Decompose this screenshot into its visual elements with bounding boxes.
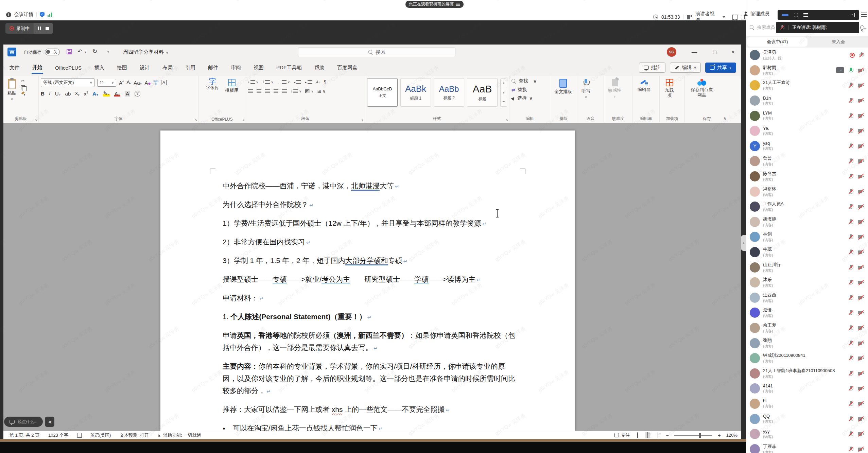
- close-button[interactable]: ×: [725, 45, 741, 60]
- camera-off-icon[interactable]: [858, 128, 864, 133]
- font-name-select[interactable]: 等线 (西文正文)∨: [41, 78, 94, 87]
- camera-off-icon[interactable]: [858, 189, 864, 194]
- camera-off-icon[interactable]: [858, 159, 864, 163]
- menu-tab-审阅[interactable]: 审阅: [230, 63, 242, 73]
- camera-off-icon[interactable]: [858, 295, 864, 300]
- menu-tab-布局[interactable]: 布局: [162, 63, 173, 73]
- camera-off-icon[interactable]: [858, 341, 864, 346]
- mic-muted-icon[interactable]: [848, 113, 854, 119]
- mic-muted-icon[interactable]: [848, 98, 854, 104]
- web-layout-button[interactable]: [656, 432, 660, 438]
- participant-row[interactable]: 郭树雨(访客): [746, 63, 868, 78]
- style-card-标题 1[interactable]: AaBk标题 1: [400, 78, 431, 107]
- subscript-button[interactable]: x2: [75, 90, 80, 97]
- collapse-panel-icon[interactable]: [850, 13, 855, 17]
- participant-row[interactable]: yyy(访客): [746, 426, 868, 442]
- shrink-font-button[interactable]: Aˇ: [126, 79, 131, 86]
- comments-button[interactable]: 批注: [639, 63, 665, 73]
- style-card-标题[interactable]: AaB标题: [467, 78, 498, 107]
- mic-muted-icon[interactable]: [848, 189, 854, 195]
- mic-muted-icon[interactable]: [848, 310, 854, 316]
- strikethrough-button[interactable]: ab: [65, 91, 71, 97]
- line-spacing-button[interactable]: ↕∨: [291, 89, 301, 93]
- select-button[interactable]: 选择∨: [511, 95, 548, 101]
- font-size-select[interactable]: 11∨: [97, 79, 116, 87]
- participant-row[interactable]: Ye.(访客): [746, 123, 868, 139]
- mic-muted-icon[interactable]: [848, 431, 854, 437]
- meeting-list-icon[interactable]: [803, 13, 808, 17]
- chat-collapse-button[interactable]: ◀: [45, 417, 54, 427]
- mic-muted-icon[interactable]: [848, 173, 854, 179]
- phonetic-guide-button[interactable]: wén文: [153, 80, 158, 85]
- print-layout-button[interactable]: [645, 432, 650, 438]
- redo-icon[interactable]: ↻: [92, 48, 97, 55]
- pause-recording-button[interactable]: [38, 27, 41, 30]
- full-layout-button[interactable]: 全文排版: [552, 78, 574, 95]
- menu-tab-文件[interactable]: 文件: [9, 63, 20, 73]
- menu-tab-邮件[interactable]: 邮件: [207, 63, 219, 73]
- camera-off-icon[interactable]: [858, 204, 864, 209]
- style-card-标题 2[interactable]: AaBb标题 2: [434, 78, 464, 107]
- save-icon[interactable]: [67, 49, 72, 54]
- mic-muted-icon[interactable]: [848, 385, 854, 391]
- banner-menu-icon[interactable]: [456, 3, 460, 6]
- borders-button[interactable]: ⊞∨: [317, 88, 326, 94]
- mic-muted-icon[interactable]: [848, 340, 854, 346]
- panel-tab-会议中(41)[interactable]: 会议中(41): [747, 37, 808, 47]
- participant-row[interactable]: B1n(访客): [746, 93, 868, 108]
- copy-icon[interactable]: [21, 85, 25, 89]
- stop-recording-button[interactable]: [46, 27, 49, 30]
- minimize-button[interactable]: —: [687, 45, 702, 60]
- show-marks-button[interactable]: ¶: [324, 79, 327, 85]
- undo-icon[interactable]: ↶: [77, 48, 82, 55]
- manage-members-button[interactable]: 管理成员: [743, 11, 769, 17]
- participant-row[interactable]: 曾曾(访客): [746, 154, 868, 169]
- focus-mode-button[interactable]: 专注: [614, 432, 630, 438]
- paragraph[interactable]: ●可以在淘宝/闲鱼上花一点钱找人帮忙润色一下↵: [223, 422, 516, 431]
- undo-dropdown-icon[interactable]: ∨: [84, 50, 87, 53]
- camera-off-icon[interactable]: [858, 98, 864, 103]
- mic-muted-icon[interactable]: [848, 82, 854, 88]
- word-search-box[interactable]: 搜索: [298, 47, 455, 57]
- mic-muted-icon[interactable]: [848, 416, 854, 422]
- page-indicator[interactable]: 第 1 页, 共 2 页: [10, 432, 39, 438]
- participant-row[interactable]: 牛蕊(访客): [746, 245, 868, 260]
- camera-off-icon[interactable]: [858, 371, 864, 376]
- autosave-toggle[interactable]: 关: [45, 49, 60, 55]
- clipboard-dialog-launcher[interactable]: ↘: [35, 118, 37, 121]
- menu-tab-PDF工具箱[interactable]: PDF工具箱: [276, 63, 302, 73]
- participant-row[interactable]: 冯裕钵(访客): [746, 184, 868, 199]
- bold-button[interactable]: B: [41, 91, 45, 97]
- clear-formatting-button[interactable]: A◆: [144, 80, 151, 86]
- participant-row[interactable]: 余王梦(访客): [746, 320, 868, 336]
- screen-watch-banner[interactable]: 您正在观看郭树雨的屏幕: [405, 1, 464, 8]
- increase-indent-button[interactable]: ▸: [305, 80, 312, 84]
- mic-muted-icon[interactable]: [848, 446, 854, 452]
- participant-row[interactable]: LYM(访客): [746, 108, 868, 123]
- zoom-slider[interactable]: [674, 435, 712, 436]
- text-prediction[interactable]: 文本预测: 打开: [120, 432, 149, 438]
- paste-button[interactable]: 粘贴∨: [5, 78, 18, 103]
- camera-off-icon[interactable]: [858, 265, 864, 270]
- participant-row[interactable]: hi(访客): [746, 396, 868, 412]
- mic-muted-icon[interactable]: [848, 204, 854, 210]
- camera-off-icon[interactable]: [858, 401, 864, 406]
- meeting-details-button[interactable]: 会议详情: [14, 12, 33, 18]
- zoom-level[interactable]: 120%: [726, 433, 737, 438]
- document-page[interactable]: 中外合作院校——西浦，宁诺，港中深，北师港浸大等↵为什么选择中外合作院校？↵1）…: [160, 130, 575, 431]
- menu-tab-OfficePLUS[interactable]: OfficePLUS: [54, 63, 82, 73]
- camera-off-icon[interactable]: [858, 432, 864, 436]
- panel-collapse-handle[interactable]: ‹: [741, 235, 746, 251]
- align-right-button[interactable]: [265, 89, 270, 93]
- styles-scroll[interactable]: ∧∨≂: [500, 79, 507, 107]
- panel-tab-未入会[interactable]: 未入会: [809, 36, 868, 48]
- justify-button[interactable]: [274, 89, 278, 93]
- officeplus-dialog-launcher[interactable]: ↘: [242, 118, 245, 121]
- font-library-button[interactable]: 字 字体库: [204, 78, 221, 93]
- share-button[interactable]: 共享∨: [705, 63, 736, 73]
- accessibility-status[interactable]: 辅助功能: 一切就绪: [163, 432, 201, 438]
- mic-muted-icon[interactable]: [848, 325, 854, 331]
- proofing-icon[interactable]: [77, 433, 82, 438]
- document-text[interactable]: 中外合作院校——西浦，宁诺，港中深，北师港浸大等↵为什么选择中外合作院校？↵1）…: [223, 180, 516, 431]
- collapse-ribbon-button[interactable]: ∧: [723, 116, 726, 121]
